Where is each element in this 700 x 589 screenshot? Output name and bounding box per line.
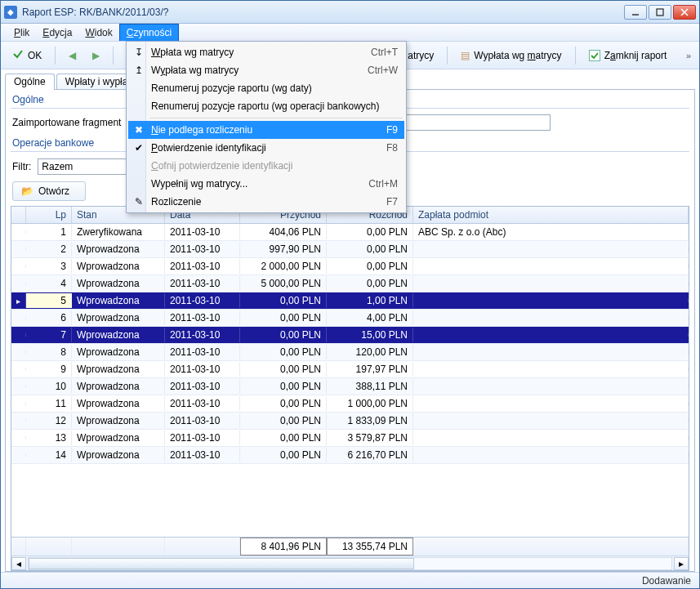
cell-stan: Wprowadzona bbox=[72, 413, 165, 428]
menu-item-label: Wypłata wg matrycy bbox=[151, 65, 239, 76]
table-row[interactable]: 9Wprowadzona2011-03-100,00 PLN197,97 PLN bbox=[11, 361, 689, 378]
maximize-button[interactable] bbox=[649, 5, 671, 20]
menu-item[interactable]: Renumeruj pozycje raportu (wg daty) bbox=[128, 79, 404, 97]
table-row[interactable]: 12Wprowadzona2011-03-100,00 PLN1 833,09 … bbox=[11, 413, 689, 430]
table-row[interactable]: 11Wprowadzona2011-03-100,00 PLN1 000,00 … bbox=[11, 395, 689, 413]
cell-zaplata bbox=[413, 333, 689, 337]
cell-przychod: 0,00 PLN bbox=[240, 396, 327, 411]
nav-fwd-button[interactable]: ▶ bbox=[86, 47, 106, 64]
tab-ogolne[interactable]: Ogólne bbox=[5, 74, 55, 90]
menu-czynnosci[interactable]: Czynności bbox=[119, 24, 179, 41]
row-marker bbox=[11, 436, 26, 440]
cell-rozchod: 388,11 PLN bbox=[327, 379, 413, 394]
menu-edycja[interactable]: Edycja bbox=[36, 24, 78, 41]
scroll-right-button[interactable]: ▸ bbox=[674, 557, 689, 570]
checkbox-icon bbox=[589, 50, 600, 61]
menu-item[interactable]: Renumeruj pozycje raportu (wg operacji b… bbox=[128, 97, 404, 115]
scroll-left-button[interactable]: ◂ bbox=[11, 557, 26, 570]
menu-shortcut: F7 bbox=[386, 196, 398, 207]
menu-item[interactable]: Wypełnij wg matrycy...Ctrl+M bbox=[128, 175, 404, 193]
filter-label: Filtr: bbox=[12, 161, 31, 172]
row-marker bbox=[11, 248, 26, 251]
menu-widok[interactable]: Widok bbox=[78, 24, 118, 41]
cell-zaplata bbox=[413, 282, 689, 285]
table-row[interactable]: 14Wprowadzona2011-03-100,00 PLN6 216,70 … bbox=[11, 447, 689, 464]
table-row[interactable]: 6Wprowadzona2011-03-100,00 PLN4,00 PLN bbox=[11, 310, 689, 327]
menu-item[interactable]: ↧Wpłata wg matrycyCtrl+T bbox=[128, 43, 404, 61]
cell-data: 2011-03-10 bbox=[165, 276, 240, 291]
cell-stan: Wprowadzona bbox=[72, 276, 165, 291]
cell-rozchod: 1,00 PLN bbox=[327, 293, 413, 308]
menu-item[interactable]: ✖Nie podlega rozliczeniuF9 bbox=[128, 121, 404, 139]
row-marker bbox=[11, 316, 26, 319]
cell-lp: 11 bbox=[26, 396, 72, 411]
menu-item[interactable]: ✔Potwierdzenie identyfikacjiF8 bbox=[128, 139, 404, 157]
cell-lp: 12 bbox=[26, 413, 72, 428]
table-row[interactable]: 1Zweryfikowana2011-03-10404,06 PLN0,00 P… bbox=[11, 224, 689, 241]
wyplata-label: Wypłata wg matrycy bbox=[474, 50, 561, 61]
nav-back-button[interactable]: ◀ bbox=[62, 47, 82, 64]
cell-lp: 2 bbox=[26, 242, 72, 257]
menu-item[interactable]: ↥Wypłata wg matrycyCtrl+W bbox=[128, 61, 404, 79]
menu-item-label: Potwierdzenie identyfikacji bbox=[151, 142, 266, 154]
cell-zaplata bbox=[413, 436, 689, 440]
table-row[interactable]: 3Wprowadzona2011-03-102 000,00 PLN0,00 P… bbox=[11, 258, 689, 275]
scroll-track[interactable] bbox=[28, 557, 672, 570]
menu-shortcut: F8 bbox=[386, 142, 398, 154]
cell-przychod: 0,00 PLN bbox=[240, 448, 327, 462]
cell-data: 2011-03-10 bbox=[165, 225, 240, 239]
cell-data: 2011-03-10 bbox=[165, 345, 240, 359]
col-lp[interactable]: Lp bbox=[26, 207, 72, 223]
cell-przychod: 404,06 PLN bbox=[240, 225, 327, 239]
table-row[interactable]: 10Wprowadzona2011-03-100,00 PLN388,11 PL… bbox=[11, 378, 689, 395]
scroll-thumb[interactable] bbox=[29, 558, 414, 569]
cell-rozchod: 15,00 PLN bbox=[327, 328, 413, 342]
table-row[interactable]: 13Wprowadzona2011-03-100,00 PLN3 579,87 … bbox=[11, 430, 689, 447]
cell-rozchod: 1 833,09 PLN bbox=[327, 413, 413, 428]
cell-lp: 5 bbox=[26, 293, 72, 308]
wyplata-matrycy-button[interactable]: ▤ Wypłata wg matrycy bbox=[454, 47, 568, 64]
zamknij-raport-button[interactable]: Zamknij raport bbox=[582, 47, 674, 64]
row-marker bbox=[11, 265, 26, 268]
cell-zaplata bbox=[413, 385, 689, 388]
otworz-label: Otwórz bbox=[38, 185, 69, 197]
row-marker bbox=[11, 385, 26, 388]
cell-data: 2011-03-10 bbox=[165, 242, 240, 257]
cell-zaplata bbox=[413, 368, 689, 371]
table-row[interactable]: 2Wprowadzona2011-03-10997,90 PLN0,00 PLN bbox=[11, 241, 689, 258]
table-row[interactable]: 5Wprowadzona2011-03-100,00 PLN1,00 PLN bbox=[11, 292, 689, 310]
toolbar-overflow-icon[interactable]: » bbox=[686, 51, 694, 60]
otworz-button[interactable]: 📂 Otwórz bbox=[12, 181, 86, 201]
separator bbox=[55, 47, 56, 65]
row-marker bbox=[11, 453, 26, 457]
menu-item[interactable]: ✎RozliczenieF7 bbox=[128, 193, 404, 211]
cell-stan: Wprowadzona bbox=[72, 396, 165, 411]
table-row[interactable]: 8Wprowadzona2011-03-100,00 PLN120,00 PLN bbox=[11, 344, 689, 361]
minimize-button[interactable] bbox=[624, 5, 647, 20]
cell-rozchod: 0,00 PLN bbox=[327, 276, 413, 291]
menu-item-label: Renumeruj pozycje raportu (wg daty) bbox=[151, 83, 312, 94]
cell-przychod: 0,00 PLN bbox=[240, 293, 327, 308]
cell-zaplata bbox=[413, 350, 689, 354]
cell-lp: 3 bbox=[26, 259, 72, 274]
table-row[interactable]: 7Wprowadzona2011-03-100,00 PLN15,00 PLN bbox=[11, 327, 689, 344]
cell-data: 2011-03-10 bbox=[165, 396, 240, 411]
grid-body[interactable]: 1Zweryfikowana2011-03-10404,06 PLN0,00 P… bbox=[11, 224, 689, 537]
cell-przychod: 0,00 PLN bbox=[240, 345, 327, 359]
blank-icon bbox=[132, 100, 145, 113]
close-button[interactable] bbox=[673, 5, 696, 20]
toolbar-matrycy-partial[interactable]: atrycy bbox=[401, 47, 440, 64]
cell-lp: 6 bbox=[26, 310, 72, 325]
menubar: Plik Edycja Widok Czynności bbox=[1, 24, 699, 42]
col-zaplata[interactable]: Zapłata podmiot bbox=[413, 207, 689, 223]
menu-plik[interactable]: Plik bbox=[7, 24, 36, 41]
horizontal-scrollbar[interactable]: ◂ ▸ bbox=[11, 556, 689, 570]
cell-rozchod: 1 000,00 PLN bbox=[327, 396, 413, 411]
cell-przychod: 0,00 PLN bbox=[240, 379, 327, 394]
cell-lp: 13 bbox=[26, 431, 72, 445]
col-marker[interactable] bbox=[11, 207, 26, 223]
table-row[interactable]: 4Wprowadzona2011-03-105 000,00 PLN0,00 P… bbox=[11, 275, 689, 292]
window-title: Raport ESP: RK/BANK/2011/03/? bbox=[22, 7, 624, 18]
row-marker bbox=[11, 402, 26, 405]
ok-button[interactable]: OK bbox=[6, 46, 48, 65]
